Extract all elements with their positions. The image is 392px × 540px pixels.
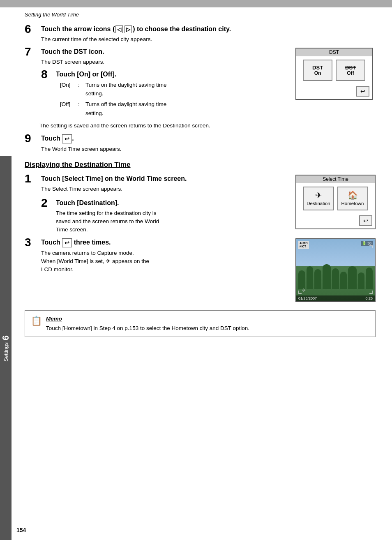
- step-8-wrapper: 8 Touch [On] or [Off]. [On] : Turns on t…: [41, 70, 291, 118]
- corner-br: [369, 291, 373, 294]
- select-time-title-bar: Select Time: [296, 175, 375, 183]
- step-s2-wrapper: 2 Touch [Destination]. The time setting …: [41, 199, 291, 234]
- camera-corners: [298, 245, 373, 294]
- destination-button[interactable]: ✈ Destination: [303, 187, 334, 210]
- step-s1: 1 Touch [Select Time] on the World Time …: [25, 175, 376, 234]
- dst-on-icon: DST: [312, 65, 323, 70]
- step-8-on-label: [On]: [60, 81, 76, 98]
- dst-off-button[interactable]: DST Off: [336, 60, 365, 81]
- step-8-list: [On] : Turns on the daylight saving time…: [60, 81, 167, 118]
- step-8-off-label: [Off]: [60, 100, 76, 118]
- dst-title-bar: DST: [296, 48, 372, 56]
- destination-label: Destination: [307, 201, 330, 206]
- dst-off-label: Off: [347, 70, 354, 76]
- dst-off-icon: DST: [345, 65, 356, 70]
- camera-date: 01/26/2007: [298, 296, 317, 300]
- step-6-number: 6: [25, 23, 41, 35]
- step-8-off-text: Turns off the daylight saving timesettin…: [85, 100, 166, 118]
- step-s3-title: Touch ↩ three times.: [41, 238, 291, 247]
- step-7-row: 7 Touch the DST icon. The DST screen app…: [25, 48, 376, 118]
- step-8-content: Touch [On] or [Off]. [On] : Turns on the…: [56, 70, 167, 118]
- step-7-content: Touch the DST icon. The DST screen appea…: [41, 48, 295, 118]
- step-9-body: The World Time screen appears.: [41, 145, 371, 153]
- dst-on-button[interactable]: DST On: [303, 60, 332, 81]
- memo-title: Memo: [46, 315, 249, 323]
- step-8-off-row: [Off] : Turns off the daylight saving ti…: [60, 100, 167, 118]
- section-title: Displaying the Destination Time: [25, 161, 376, 169]
- step-s1-title: Touch [Select Time] on the World Time sc…: [41, 175, 291, 183]
- step-8-row: 8 Touch [On] or [Off]. [On] : Turns on t…: [41, 70, 291, 118]
- sidebar-label: Settings: [3, 342, 9, 362]
- camera-airplane-icon: ✈: [302, 288, 306, 293]
- memo-content: Memo Touch [Hometown] in Step 4 on p.153…: [46, 315, 249, 333]
- camera-time: 0:25: [365, 296, 373, 300]
- step-s2-row: 2 Touch [Destination]. The time setting …: [41, 199, 291, 234]
- step-7-body: The DST screen appears.: [41, 58, 291, 66]
- memo-text: Touch [Hometown] in Step 4 on p.153 to s…: [46, 324, 249, 332]
- dst-back-button[interactable]: ↩: [356, 86, 369, 97]
- step-9-title: Touch ↩.: [41, 134, 371, 143]
- step-7: 7 Touch the DST icon. The DST screen app…: [25, 48, 376, 118]
- dst-on-label: On: [314, 70, 321, 76]
- camera-screen-image: AUTOPICT 🔋 38 0: [295, 238, 376, 302]
- step-s3-body: The camera returns to Capture mode.When …: [41, 249, 291, 274]
- step-s2-number: 2: [41, 197, 56, 209]
- dst-screen: DST DST On DST Off ↩: [295, 48, 373, 100]
- step-6: 6 Touch the arrow icons (◁▷) to choose t…: [25, 25, 376, 44]
- memo-box: 📋 Memo Touch [Hometown] in Step 4 on p.1…: [25, 310, 376, 337]
- select-time-screen: Select Time ✈ Destination 🏠 Hometown ↩: [295, 175, 376, 229]
- step-6-body: The current time of the selected city ap…: [41, 35, 371, 44]
- sidebar-number: 6: [0, 335, 11, 340]
- breadcrumb: Setting the World Time: [25, 12, 376, 18]
- destination-icon: ✈: [315, 191, 322, 199]
- step-7-title: Touch the DST icon.: [41, 48, 291, 56]
- top-bar: [0, 0, 392, 7]
- step-6-content: Touch the arrow icons (◁▷) to choose the…: [41, 25, 376, 44]
- step-s2-body: The time setting for the destination cit…: [56, 209, 159, 234]
- step-8-on-colon: :: [78, 81, 83, 98]
- page: 6 Settings Setting the World Time 6 Touc…: [0, 0, 392, 540]
- memo-icon: 📋: [31, 316, 42, 326]
- step-8-number: 8: [41, 69, 56, 80]
- hometown-icon: 🏠: [348, 191, 358, 199]
- hometown-label: Hometown: [341, 201, 364, 206]
- step-s3-row: 3 Touch ↩ three times. The camera return…: [25, 238, 376, 302]
- step-s3: 3 Touch ↩ three times. The camera return…: [25, 238, 376, 302]
- select-time-screen-image: Select Time ✈ Destination 🏠 Hometown ↩: [295, 175, 376, 229]
- camera-overlay-bottom: 01/26/2007 0:25: [296, 295, 375, 301]
- dst-screen-image: DST DST On DST Off ↩: [295, 48, 376, 100]
- step-s1-body: The Select Time screen appears.: [41, 185, 291, 193]
- step-8-title: Touch [On] or [Off].: [56, 70, 167, 79]
- sidebar: 6 Settings: [0, 156, 12, 540]
- select-time-buttons: ✈ Destination 🏠 Hometown: [296, 183, 375, 214]
- corner-tr: [369, 245, 373, 248]
- step-8-on-row: [On] : Turns on the daylight saving time…: [60, 81, 167, 98]
- step-s1-row: 1 Touch [Select Time] on the World Time …: [25, 175, 376, 234]
- step-8-off-colon: :: [78, 100, 83, 118]
- step-8-footer: The setting is saved and the screen retu…: [39, 122, 376, 130]
- step-8-on-text: Turns on the daylight saving timesetting…: [85, 81, 167, 98]
- dst-buttons: DST On DST Off: [296, 56, 372, 84]
- hometown-button[interactable]: 🏠 Hometown: [337, 187, 368, 210]
- corner-tl: [298, 245, 302, 248]
- step-s2-title: Touch [Destination].: [56, 199, 159, 208]
- camera-screen: AUTOPICT 🔋 38 0: [295, 238, 376, 302]
- page-number: 154: [16, 527, 26, 533]
- select-time-back-button[interactable]: ↩: [359, 215, 372, 226]
- dst-footer: ↩: [296, 84, 372, 99]
- step-9: 9 Touch ↩. The World Time screen appears…: [25, 134, 376, 153]
- step-s1-number: 1: [25, 173, 41, 185]
- corner-bl: [298, 291, 302, 294]
- step-9-number: 9: [25, 133, 41, 144]
- step-s1-content: Touch [Select Time] on the World Time sc…: [41, 175, 295, 234]
- step-s2-content: Touch [Destination]. The time setting fo…: [56, 199, 159, 234]
- select-time-footer: ↩: [296, 214, 375, 228]
- step-s3-content: Touch ↩ three times. The camera returns …: [41, 238, 295, 274]
- step-7-number: 7: [25, 46, 41, 58]
- step-s3-number: 3: [25, 237, 41, 248]
- step-6-title: Touch the arrow icons (◁▷) to choose the…: [41, 25, 371, 34]
- step-9-content: Touch ↩. The World Time screen appears.: [41, 134, 376, 153]
